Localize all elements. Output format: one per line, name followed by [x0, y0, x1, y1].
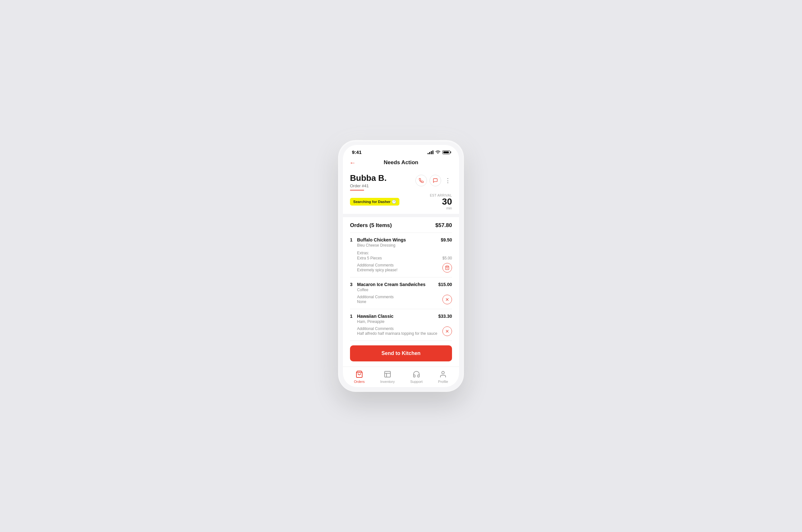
wifi-icon: [435, 150, 441, 155]
item-details: Macaron Ice Cream Sandwiches Coffee: [357, 282, 436, 292]
item-qty: 1: [350, 237, 354, 243]
order-item: 1 Hawaiian Classic Ham, Pineapple $33.30…: [350, 309, 452, 341]
signal-icon: [428, 150, 433, 154]
more-button[interactable]: ⋮: [444, 176, 452, 185]
extras-label: Extras:: [357, 251, 452, 255]
phone-screen: 9:41: [343, 145, 459, 387]
customer-section: Bubba B. Order #41: [343, 169, 459, 214]
comments-label: Additional Comments: [357, 263, 439, 267]
inventory-nav-label: Inventory: [380, 380, 395, 383]
item-sub: Coffee: [357, 288, 436, 292]
order-item: 3 Macaron Ice Cream Sandwiches Coffee $1…: [350, 278, 452, 309]
comments-value: Extremely spicy please!: [357, 268, 439, 272]
order-item: 1 Buffalo Chicken Wings Bleu Cheese Dres…: [350, 233, 452, 278]
extra-price: $5.00: [442, 256, 452, 260]
send-to-kitchen-button[interactable]: Send to Kitchen: [350, 345, 452, 361]
item-name: Hawaiian Classic: [357, 314, 436, 319]
support-nav-label: Support: [410, 380, 423, 383]
scroll-content: Bubba B. Order #41: [343, 169, 459, 387]
item-details: Hawaiian Classic Ham, Pineapple: [357, 314, 436, 324]
back-button[interactable]: ←: [349, 159, 356, 166]
profile-nav-icon: [439, 370, 447, 378]
item-name: Macaron Ice Cream Sandwiches: [357, 282, 436, 287]
status-row: Searching for Dasher 🕐 EST ARRIVAL 30 mi…: [350, 194, 452, 210]
profile-nav-label: Profile: [438, 380, 448, 383]
comments-row: Additional Comments Half alfredo half ma…: [350, 326, 452, 336]
est-arrival: EST ARRIVAL 30 min: [430, 194, 452, 210]
item-name: Buffalo Chicken Wings: [357, 237, 438, 243]
battery-icon: [442, 150, 450, 154]
comments-text: Additional Comments None: [357, 295, 439, 304]
extras-section: Extras: Extra 5 Pieces $5.00: [350, 251, 452, 260]
customer-info: Bubba B. Order #41: [350, 173, 387, 190]
dasher-status-badge: Searching for Dasher 🕐: [350, 198, 399, 206]
status-bar: 9:41: [343, 145, 459, 157]
nav-item-profile[interactable]: Profile: [438, 370, 448, 383]
item-sub: Bleu Cheese Dressing: [357, 243, 438, 248]
item-price: $9.50: [441, 237, 452, 243]
item-sub: Ham, Pineapple: [357, 319, 436, 324]
customer-top: Bubba B. Order #41: [350, 173, 452, 190]
orders-header: Orders (5 Items) $57.80: [350, 217, 452, 233]
action-icons: ⋮: [415, 175, 452, 186]
alert-icon: [442, 295, 452, 304]
item-main-row: 1 Buffalo Chicken Wings Bleu Cheese Dres…: [350, 237, 452, 248]
item-qty: 1: [350, 314, 354, 319]
extra-row: Extra 5 Pieces $5.00: [357, 256, 452, 260]
orders-title: Orders (5 Items): [350, 222, 392, 229]
item-details: Buffalo Chicken Wings Bleu Cheese Dressi…: [357, 237, 438, 248]
section-divider: [343, 214, 459, 217]
svg-rect-6: [385, 371, 390, 377]
est-unit: min: [430, 206, 452, 210]
item-price: $33.30: [438, 314, 452, 319]
phone-device: 9:41: [338, 140, 464, 392]
orders-total: $57.80: [435, 222, 452, 229]
orders-nav-icon: [355, 370, 363, 378]
orders-nav-label: Orders: [354, 380, 365, 383]
item-price: $15.00: [438, 282, 452, 287]
dasher-status-text: Searching for Dasher 🕐: [353, 200, 396, 204]
item-qty: 3: [350, 282, 354, 287]
phone-button[interactable]: [415, 175, 427, 186]
status-time: 9:41: [352, 149, 361, 155]
send-btn-container: Send to Kitchen: [343, 341, 459, 366]
item-main-row: 1 Hawaiian Classic Ham, Pineapple $33.30: [350, 314, 452, 324]
comments-value: Half alfredo half marinara topping for t…: [357, 331, 439, 336]
nav-item-support[interactable]: Support: [410, 370, 423, 383]
comments-value: None: [357, 300, 439, 304]
svg-point-9: [442, 371, 444, 374]
comments-text: Additional Comments Extremely spicy plea…: [357, 263, 439, 272]
comments-row: Additional Comments Extremely spicy plea…: [350, 263, 452, 272]
comments-row: Additional Comments None: [350, 295, 452, 304]
nav-item-orders[interactable]: Orders: [354, 370, 365, 383]
order-number: Order #41: [350, 184, 387, 188]
orders-section: Orders (5 Items) $57.80 1 Buffalo Chicke…: [343, 217, 459, 341]
item-main-row: 3 Macaron Ice Cream Sandwiches Coffee $1…: [350, 282, 452, 292]
alert-icon: [442, 326, 452, 336]
status-icons: [428, 150, 450, 155]
comments-text: Additional Comments Half alfredo half ma…: [357, 326, 439, 336]
customer-name: Bubba B.: [350, 173, 387, 183]
support-nav-icon: [412, 370, 421, 378]
header-title: Needs Action: [384, 159, 418, 166]
message-button[interactable]: [430, 175, 441, 186]
bottom-nav: Orders Inventory: [343, 366, 459, 387]
est-time: 30: [430, 197, 452, 206]
app-header: ← Needs Action: [343, 157, 459, 169]
extra-name: Extra 5 Pieces: [357, 256, 382, 260]
comments-label: Additional Comments: [357, 326, 439, 331]
alert-icon: [442, 263, 452, 272]
inventory-nav-icon: [384, 370, 392, 378]
nav-item-inventory[interactable]: Inventory: [380, 370, 395, 383]
comments-label: Additional Comments: [357, 295, 439, 299]
name-underline: [350, 190, 364, 190]
